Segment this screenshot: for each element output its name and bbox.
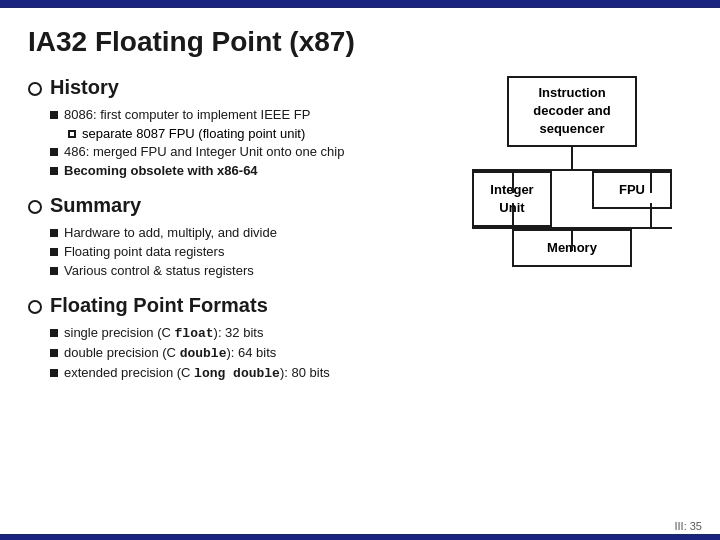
formats-title: Floating Point Formats bbox=[50, 294, 268, 317]
history-sub-item-1: separate 8087 FPU (floating point unit) bbox=[82, 126, 305, 141]
square-bullet bbox=[50, 111, 58, 119]
square-bullet-outline bbox=[68, 130, 76, 138]
summary-item-3: Various control & status registers bbox=[64, 263, 254, 278]
list-item: extended precision (C long double): 80 b… bbox=[50, 365, 432, 381]
decoder-line3: sequencer bbox=[539, 121, 604, 136]
list-item: Various control & status registers bbox=[50, 263, 432, 278]
decoder-line2: decoder and bbox=[533, 103, 610, 118]
main-content: IA32 Floating Point (x87) History 8086: … bbox=[0, 8, 720, 407]
code-double: double bbox=[180, 346, 227, 361]
v-left-drop-bottom bbox=[512, 203, 514, 227]
v-left-drop bbox=[512, 169, 514, 193]
formats-item-3: extended precision (C long double): 80 b… bbox=[64, 365, 330, 381]
history-item-1: 8086: first computer to implement IEEE F… bbox=[64, 107, 310, 122]
formats-item-2: double precision (C double): 64 bits bbox=[64, 345, 276, 361]
diagram: Instruction decoder and sequencer Intege… bbox=[472, 76, 672, 267]
square-bullet bbox=[50, 248, 58, 256]
list-item: separate 8087 FPU (floating point unit) bbox=[68, 126, 432, 141]
list-item: 486: merged FPU and Integer Unit onto on… bbox=[50, 144, 432, 159]
square-bullet bbox=[50, 167, 58, 175]
square-bullet bbox=[50, 267, 58, 275]
h-branch bbox=[472, 169, 672, 171]
instruction-decoder-box: Instruction decoder and sequencer bbox=[507, 76, 637, 147]
formats-bullet-circle bbox=[28, 300, 42, 314]
summary-item-2: Floating point data registers bbox=[64, 244, 224, 259]
square-bullet bbox=[50, 229, 58, 237]
code-long-double: long double bbox=[194, 366, 280, 381]
summary-title: Summary bbox=[50, 194, 141, 217]
summary-heading: Summary bbox=[28, 194, 432, 217]
v-center-drop bbox=[571, 227, 573, 251]
history-heading: History bbox=[28, 76, 432, 99]
page-title: IA32 Floating Point (x87) bbox=[28, 26, 692, 58]
history-content: 8086: first computer to implement IEEE F… bbox=[50, 107, 432, 178]
code-float: float bbox=[175, 326, 214, 341]
square-bullet bbox=[50, 349, 58, 357]
list-item: Hardware to add, multiply, and divide bbox=[50, 225, 432, 240]
formats-content: single precision (C float): 32 bits doub… bbox=[50, 325, 432, 381]
fpu-label: FPU bbox=[619, 182, 645, 197]
history-bullet-circle bbox=[28, 82, 42, 96]
history-item-2: 486: merged FPU and Integer Unit onto on… bbox=[64, 144, 344, 159]
square-bullet bbox=[50, 329, 58, 337]
square-bullet bbox=[50, 369, 58, 377]
bottom-bar bbox=[0, 534, 720, 540]
left-column: History 8086: first computer to implemen… bbox=[28, 76, 452, 397]
fpu-box: FPU bbox=[592, 171, 672, 209]
mid-boxes-row: Integer Unit FPU bbox=[472, 171, 672, 227]
list-item: Becoming obsolete with x86-64 bbox=[50, 163, 432, 178]
summary-bullet-circle bbox=[28, 200, 42, 214]
list-item: 8086: first computer to implement IEEE F… bbox=[50, 107, 432, 122]
square-bullet bbox=[50, 148, 58, 156]
h-branch-bottom bbox=[472, 227, 672, 229]
diagram-column: Instruction decoder and sequencer Intege… bbox=[452, 76, 692, 397]
summary-content: Hardware to add, multiply, and divide Fl… bbox=[50, 225, 432, 278]
v-right-drop bbox=[650, 169, 652, 193]
list-item: Floating point data registers bbox=[50, 244, 432, 259]
list-item: double precision (C double): 64 bits bbox=[50, 345, 432, 361]
history-item-3: Becoming obsolete with x86-64 bbox=[64, 163, 258, 178]
decoder-line1: Instruction bbox=[538, 85, 605, 100]
top-bar bbox=[0, 0, 720, 8]
summary-item-1: Hardware to add, multiply, and divide bbox=[64, 225, 277, 240]
formats-item-1: single precision (C float): 32 bits bbox=[64, 325, 263, 341]
history-title: History bbox=[50, 76, 119, 99]
v-connector-top bbox=[571, 147, 573, 169]
v-right-drop-bottom bbox=[650, 203, 652, 227]
list-item: single precision (C float): 32 bits bbox=[50, 325, 432, 341]
footer-text: III: 35 bbox=[674, 520, 702, 532]
formats-heading: Floating Point Formats bbox=[28, 294, 432, 317]
main-layout: History 8086: first computer to implemen… bbox=[28, 76, 692, 397]
